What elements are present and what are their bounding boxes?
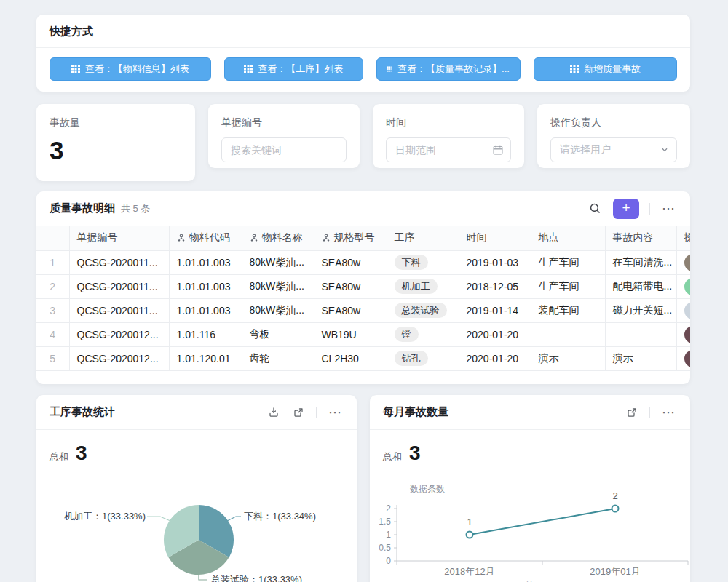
search-button[interactable] <box>587 201 603 216</box>
incident-table-count: 共 5 条 <box>121 202 150 215</box>
cell-location: 演示 <box>531 346 605 370</box>
table-row[interactable]: 2 QCSG-2020011... 1.01.01.003 80kW柴油... … <box>36 274 690 298</box>
col-content[interactable]: 事故内容 <box>605 226 676 250</box>
time-filter-card: 时间 <box>373 104 524 168</box>
incident-table-header: 质量事故明细 共 5 条 + ⋯ <box>36 191 690 226</box>
expand-icon <box>626 407 638 418</box>
table-row[interactable]: 5 QCSG-2020012... 1.01.120.01 齿轮 CL2H30 … <box>36 346 690 370</box>
toolbar-divider <box>316 407 317 418</box>
cell-date: 2020-01-20 <box>459 346 531 370</box>
pie-callout-right: 下料：1(33.34%) <box>244 511 316 522</box>
col-material-name[interactable]: 物料名称 <box>242 226 314 250</box>
shortcut-button-material-list[interactable]: 查看：【物料信息】列表 <box>50 57 211 81</box>
download-icon <box>268 407 280 418</box>
operator-select-placeholder: 请选择用户 <box>560 143 611 156</box>
charts-row: 工序事故统计 ⋯ 总和 3 <box>36 395 690 582</box>
grid-icon <box>244 65 253 73</box>
toolbar-divider <box>649 407 650 418</box>
cell-process: 总装试验 <box>387 298 459 322</box>
process-stats-toolbar: ⋯ <box>266 404 344 420</box>
operator-filter-card: 操作负责人 请选择用户 <box>537 104 690 168</box>
table-row[interactable]: 3 QCSG-2020011... 1.01.01.003 80kW柴油... … <box>36 298 690 322</box>
doc-no-filter-card: 单据编号 <box>208 104 360 168</box>
table-more-button[interactable]: ⋯ <box>660 201 677 217</box>
col-material-code[interactable]: 物料代码 <box>169 226 242 250</box>
download-button[interactable] <box>266 405 281 420</box>
cell-spec: WB19U <box>314 322 387 346</box>
col-process[interactable]: 工序 <box>387 226 459 250</box>
cell-material-code: 1.01.120.01 <box>169 346 242 370</box>
avatar <box>684 278 691 295</box>
cell-date: 2018-12-05 <box>459 274 531 298</box>
point-value-label: 2 <box>612 490 617 501</box>
table-row[interactable]: 1 QCSG-2020011... 1.01.01.003 80kW柴油... … <box>36 250 690 274</box>
cell-operator <box>676 250 690 274</box>
pie-leader-right <box>227 517 241 521</box>
cell-content: 配电箱带电... <box>605 274 676 298</box>
line-total-value: 3 <box>409 442 421 465</box>
dashboard-page: 快捷方式 查看：【物料信息】列表 查看：【工序】列表 查看：【质量事故记录】..… <box>0 0 728 582</box>
monthly-line-chart[interactable]: 数据条数 2 1.5 1 0.5 0 1 2 <box>370 477 690 582</box>
y-tick-label: 0.5 <box>379 543 391 553</box>
avatar <box>684 254 691 271</box>
cell-process: 钻孔 <box>387 346 459 370</box>
cell-date: 2020-01-20 <box>459 322 531 346</box>
y-tick-label: 1.5 <box>379 517 391 527</box>
cell-date: 2019-01-14 <box>459 298 531 322</box>
process-stats-more-button[interactable]: ⋯ <box>327 404 344 420</box>
table-row[interactable]: 4 QCSG-2020012... 1.01.116 弯板 WB19U 镗 20… <box>36 322 690 346</box>
data-point[interactable] <box>612 506 619 512</box>
shortcut-label: 查看：【物料信息】列表 <box>85 63 189 76</box>
expand-button[interactable] <box>625 405 639 420</box>
incident-total-label: 事故量 <box>50 116 182 129</box>
monthly-incidents-header: 每月事故数量 ⋯ <box>370 395 690 430</box>
cell-content: 磁力开关短... <box>605 298 676 322</box>
cell-content <box>605 322 676 346</box>
row-number: 1 <box>36 250 69 274</box>
chevron-down-icon <box>660 145 670 155</box>
expand-button[interactable] <box>291 405 306 420</box>
shortcut-button-new-incident[interactable]: 新增质量事故 <box>534 57 677 81</box>
y-tick-label: 0 <box>386 556 391 566</box>
grid-icon <box>71 65 80 73</box>
shortcuts-header: 快捷方式 <box>36 15 690 48</box>
monthly-incidents-title: 每月事故数量 <box>383 405 448 419</box>
col-operator[interactable]: 操作负责人 <box>676 226 690 250</box>
add-record-button[interactable]: + <box>613 199 639 219</box>
col-row-number <box>36 226 69 250</box>
cell-operator <box>676 346 690 370</box>
cell-spec: CL2H30 <box>314 346 387 370</box>
monthly-incidents-more-button[interactable]: ⋯ <box>660 404 677 420</box>
cell-spec: SEA80w <box>314 298 387 322</box>
shortcut-button-incident-records[interactable]: 查看：【质量事故记录】... <box>376 57 521 81</box>
process-pie-chart[interactable]: 机加工：1(33.33%) 下料：1(33.34%) 总装试验：1(33.33%… <box>36 477 357 582</box>
x-tick-label: 2018年12月 <box>444 566 494 577</box>
doc-no-search-input[interactable] <box>221 137 347 162</box>
process-stats-title: 工序事故统计 <box>50 405 115 419</box>
grid-icon <box>387 65 392 73</box>
cell-material-name: 80kW柴油... <box>242 298 314 322</box>
cell-operator <box>676 298 690 322</box>
incident-total-card: 事故量 3 <box>36 104 195 181</box>
data-point[interactable] <box>467 532 473 538</box>
cell-operator <box>676 322 690 346</box>
line-total-label: 总和 <box>383 450 402 463</box>
col-location[interactable]: 地点 <box>531 226 605 250</box>
time-filter-label: 时间 <box>386 116 511 129</box>
cell-material-code: 1.01.116 <box>169 322 242 346</box>
process-stats-header: 工序事故统计 ⋯ <box>36 395 357 430</box>
pie-callout-bottom: 总装试验：1(33.33%) <box>210 574 302 582</box>
calendar-icon[interactable] <box>492 144 504 156</box>
pie-total-label: 总和 <box>50 450 68 463</box>
col-spec[interactable]: 规格型号 <box>314 226 387 250</box>
col-date[interactable]: 时间 <box>459 226 531 250</box>
process-tag: 机加工 <box>395 279 438 295</box>
process-stats-card: 工序事故统计 ⋯ 总和 3 <box>36 395 357 582</box>
process-tag: 镗 <box>395 327 419 343</box>
linked-field-icon <box>250 234 258 242</box>
shortcut-button-process-list[interactable]: 查看：【工序】列表 <box>224 57 363 81</box>
avatar <box>684 326 691 343</box>
operator-select[interactable]: 请选择用户 <box>550 137 677 162</box>
incident-table-card: 质量事故明细 共 5 条 + ⋯ 单据编号 物料代码 物料名称 规格型号 <box>36 191 690 384</box>
col-doc-no[interactable]: 单据编号 <box>69 226 169 250</box>
